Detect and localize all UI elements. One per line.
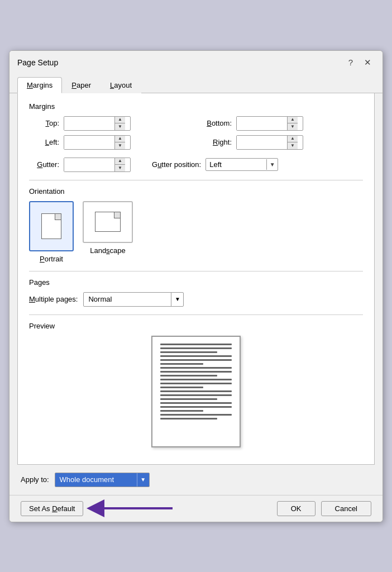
landscape-label: Landscape: [90, 246, 126, 255]
gutter-position-arrow-icon: ▼: [266, 159, 278, 170]
title-buttons: ? ✕: [345, 56, 375, 69]
preview-line-8: [160, 371, 232, 373]
gutter-spinner[interactable]: 0 cm ▲ ▼: [64, 158, 131, 172]
bottom-spinner-buttons: ▲ ▼: [287, 117, 298, 130]
portrait-box[interactable]: [29, 201, 74, 251]
gutter-position-row: Gutter position: Left ▼: [152, 158, 278, 171]
gutter-input[interactable]: 0 cm: [64, 158, 114, 171]
divider-1: [29, 180, 363, 180]
top-label: Top:: [29, 119, 59, 127]
preview-line-6: [160, 363, 203, 365]
bottom-spinner[interactable]: 2.54 cm ▲ ▼: [236, 116, 303, 131]
preview-line-12: [160, 387, 203, 388]
preview-line-9: [160, 375, 217, 376]
tab-paper[interactable]: Paper: [62, 77, 101, 93]
preview-line-7: [160, 367, 232, 369]
preview-line-3: [160, 351, 217, 353]
close-button[interactable]: ✕: [361, 56, 375, 69]
tab-layout[interactable]: Layout: [101, 77, 141, 93]
bottom-spin-up[interactable]: ▲: [288, 117, 298, 123]
gutter-spinner-buttons: ▲ ▼: [114, 158, 125, 171]
preview-line-5: [160, 359, 232, 361]
set-as-default-button[interactable]: Set As Default: [21, 501, 83, 516]
pages-label: Pages: [29, 278, 363, 287]
gutter-field-row: Gutter: 0 cm ▲ ▼: [29, 158, 131, 172]
top-field-row: Top: 2.54 cm ▲ ▼: [29, 116, 190, 131]
left-spin-up[interactable]: ▲: [115, 136, 125, 142]
orientation-section: Orientation Portrait Landscape: [29, 187, 363, 263]
gutter-spin-down[interactable]: ▼: [115, 165, 125, 171]
landscape-box[interactable]: [83, 201, 133, 243]
right-spin-up[interactable]: ▲: [288, 136, 298, 142]
top-spin-up[interactable]: ▲: [115, 117, 125, 123]
preview-line-18: [160, 410, 203, 412]
top-input[interactable]: 2.54 cm: [64, 117, 114, 130]
bottom-input[interactable]: 2.54 cm: [237, 117, 287, 130]
divider-3: [29, 314, 363, 315]
tab-paper-label: Paper: [71, 81, 91, 89]
preview-label: Preview: [29, 322, 363, 330]
right-spin-down[interactable]: ▼: [288, 142, 298, 149]
ok-button[interactable]: OK: [277, 501, 315, 516]
preview-line-20: [160, 418, 217, 420]
gutter-label: Gutter:: [29, 160, 59, 169]
set-default-wrap: Set As Default: [21, 501, 83, 516]
tab-bar: Margins Paper Layout: [9, 72, 383, 93]
right-input[interactable]: 2.54 cm: [237, 136, 287, 149]
page-setup-dialog: Page Setup ? ✕ Margins Paper Layout Marg…: [9, 50, 383, 522]
apply-to-row: Apply to: Whole document ▼: [21, 473, 371, 487]
portrait-option[interactable]: Portrait: [29, 201, 74, 263]
preview-line-15: [160, 398, 217, 400]
orientation-label: Orientation: [29, 187, 363, 196]
dialog-title: Page Setup: [17, 58, 58, 67]
top-spin-down[interactable]: ▼: [115, 123, 125, 130]
left-input[interactable]: 2.54 cm: [64, 136, 114, 149]
right-spinner[interactable]: 2.54 cm ▲ ▼: [236, 135, 303, 150]
preview-page: [151, 336, 241, 447]
multiple-pages-label: Multiple pages:: [29, 295, 78, 303]
arrow-annotation: [83, 497, 173, 519]
left-spinner[interactable]: 2.54 cm ▲ ▼: [64, 135, 131, 150]
gutter-position-label: Gutter position:: [152, 160, 201, 169]
left-spinner-buttons: ▲ ▼: [114, 136, 125, 149]
help-button[interactable]: ?: [345, 56, 356, 68]
bottom-field-row: Bottom: 2.54 cm ▲ ▼: [202, 116, 363, 131]
preview-line-10: [160, 379, 232, 380]
preview-line-11: [160, 383, 232, 384]
bottom-spin-down[interactable]: ▼: [288, 123, 298, 130]
tab-margins[interactable]: Margins: [17, 77, 62, 93]
preview-line-17: [160, 406, 232, 408]
gutter-spin-up[interactable]: ▲: [115, 158, 125, 165]
apply-to-arrow-icon: ▼: [137, 473, 149, 487]
multiple-pages-row: Multiple pages: Normal ▼: [29, 292, 363, 307]
preview-line-14: [160, 394, 232, 396]
top-spinner[interactable]: 2.54 cm ▲ ▼: [64, 116, 131, 131]
apply-to-select[interactable]: Whole document ▼: [55, 473, 150, 487]
preview-line-16: [160, 402, 232, 404]
portrait-label: Portrait: [40, 255, 63, 263]
preview-line-19: [160, 414, 232, 416]
apply-to-value: Whole document: [55, 474, 137, 485]
preview-line-1: [160, 344, 232, 345]
left-field-row: Left: 2.54 cm ▲ ▼: [29, 135, 190, 150]
cancel-button[interactable]: Cancel: [321, 501, 371, 516]
multiple-pages-arrow-icon: ▼: [171, 293, 183, 306]
right-spinner-buttons: ▲ ▼: [287, 136, 298, 149]
main-content: Margins Top: 2.54 cm ▲ ▼ Bottom: 2.54 cm: [17, 93, 375, 465]
bottom-label: Bottom:: [202, 119, 232, 127]
gutter-row: Gutter: 0 cm ▲ ▼ Gutter position: Left ▼: [29, 158, 363, 172]
portrait-page-icon: [41, 213, 61, 239]
tab-layout-label: Layout: [110, 81, 132, 89]
margins-section-label: Margins: [29, 102, 363, 111]
left-label: Left:: [29, 138, 59, 146]
multiple-pages-select[interactable]: Normal ▼: [83, 292, 184, 307]
gutter-position-select[interactable]: Left ▼: [205, 158, 278, 171]
preview-container: [29, 336, 363, 447]
orientation-options: Portrait Landscape: [29, 201, 363, 263]
preview-line-2: [160, 347, 232, 349]
preview-section: Preview: [29, 322, 363, 447]
left-spin-down[interactable]: ▼: [115, 142, 125, 149]
gutter-position-value: Left: [206, 159, 266, 170]
landscape-option[interactable]: Landscape: [83, 201, 133, 263]
preview-line-4: [160, 355, 232, 357]
